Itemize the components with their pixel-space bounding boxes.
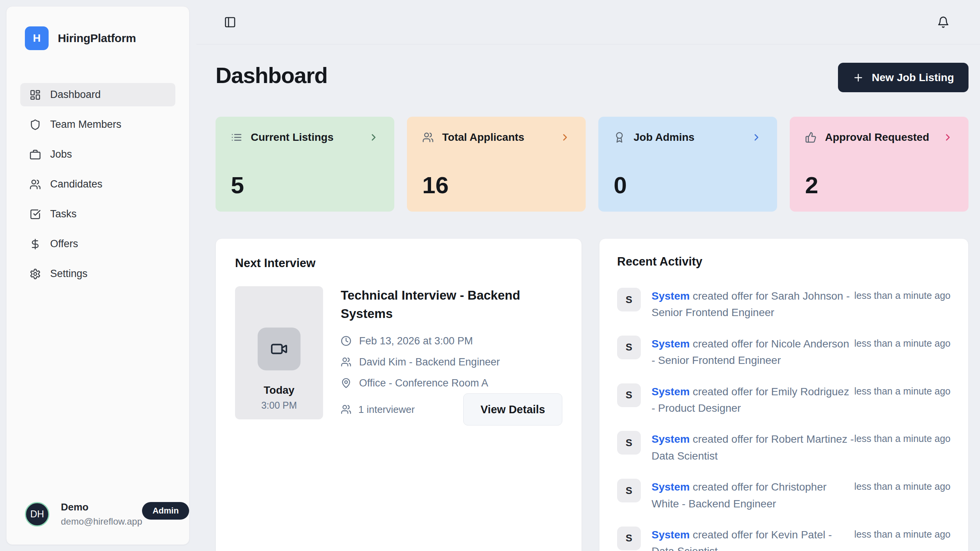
activity-timestamp: less than a minute ago [854, 336, 951, 349]
activity-text: System created offer for Kevin Patel - D… [652, 527, 854, 551]
activity-list: S System created offer for Sarah Johnson… [617, 288, 951, 551]
interview-datetime-row: Feb 13, 2026 at 3:00 PM [341, 335, 562, 347]
activity-timestamp: less than a minute ago [854, 479, 951, 492]
sidebar-item-label: Team Members [50, 119, 121, 130]
users-icon [341, 357, 351, 367]
activity-avatar: S [617, 479, 641, 502]
next-interview-card: Next Interview Today 3:00 PM Technical I… [216, 238, 582, 551]
shield-icon [29, 119, 41, 130]
stat-card-total-applicants[interactable]: Total Applicants 16 [407, 117, 586, 212]
layout-dashboard-icon [29, 89, 41, 101]
users-icon [29, 179, 41, 190]
profile-name: Demo [61, 501, 142, 513]
sidebar-item-settings[interactable]: Settings [20, 262, 175, 285]
activity-text: System created offer for Nicole Anderson… [652, 336, 854, 369]
admin-badge: Admin [142, 502, 189, 520]
stat-label: Total Applicants [442, 131, 551, 143]
activity-actor[interactable]: System [652, 433, 690, 445]
activity-item: S System created offer for Sarah Johnson… [617, 288, 951, 321]
interview-location-row: Office - Conference Room A [341, 377, 562, 389]
map-pin-icon [341, 378, 351, 388]
activity-actor[interactable]: System [652, 290, 690, 302]
clock-icon [341, 336, 351, 346]
interviewer-count: 1 interviewer [341, 404, 415, 416]
video-icon [258, 328, 301, 370]
interview-day: Today [264, 384, 294, 396]
interview-datetime: Feb 13, 2026 at 3:00 PM [359, 335, 473, 347]
sidebar-item-offers[interactable]: Offers [20, 232, 175, 256]
new-job-listing-label: New Job Listing [872, 72, 954, 84]
activity-actor[interactable]: System [652, 386, 690, 398]
sidebar-item-label: Settings [50, 268, 88, 280]
activity-actor[interactable]: System [652, 338, 690, 350]
new-job-listing-button[interactable]: New Job Listing [838, 63, 969, 92]
stat-card-current-listings[interactable]: Current Listings 5 [216, 117, 394, 212]
sidebar-item-label: Jobs [50, 148, 72, 160]
activity-text: System created offer for Emily Rodriguez… [652, 383, 854, 417]
activity-timestamp: less than a minute ago [854, 527, 951, 540]
sidebar-item-dashboard[interactable]: Dashboard [20, 83, 175, 106]
activity-item: S System created offer for Nicole Anders… [617, 336, 951, 369]
interview-location: Office - Conference Room A [359, 377, 488, 389]
activity-avatar: S [617, 431, 641, 455]
interview-person: David Kim - Backend Engineer [359, 356, 500, 368]
stat-value: 5 [231, 173, 379, 197]
stat-value: 0 [614, 173, 762, 197]
brand-name: HiringPlatform [58, 32, 136, 45]
stat-card-job-admins[interactable]: Job Admins 0 [598, 117, 777, 212]
chevron-right-icon [751, 132, 762, 143]
activity-timestamp: less than a minute ago [854, 431, 951, 444]
activity-item: S System created offer for Christopher W… [617, 479, 951, 512]
brand-logo: H [25, 26, 49, 50]
chevron-right-icon [942, 132, 953, 143]
stat-value: 16 [422, 173, 570, 197]
stat-cards: Current Listings 5 Total Applicants 16 [216, 117, 969, 212]
sidebar-item-candidates[interactable]: Candidates [20, 173, 175, 196]
sidebar-item-label: Offers [50, 238, 78, 250]
activity-actor[interactable]: System [652, 529, 690, 541]
stat-label: Current Listings [251, 131, 360, 143]
sidebar-item-jobs[interactable]: Jobs [20, 143, 175, 166]
interview-thumbnail: Today 3:00 PM [235, 286, 323, 419]
interview-person-row: David Kim - Backend Engineer [341, 356, 562, 368]
thumbs-up-icon [805, 132, 817, 143]
chevron-right-icon [368, 132, 379, 143]
sidebar-item-tasks[interactable]: Tasks [20, 202, 175, 226]
activity-text: System created offer for Christopher Whi… [652, 479, 854, 512]
activity-item: S System created offer for Emily Rodrigu… [617, 383, 951, 417]
interview-time: 3:00 PM [261, 400, 297, 411]
sidebar-toggle-button[interactable] [224, 16, 236, 28]
brand: H HiringPlatform [20, 26, 175, 50]
activity-text: System created offer for Robert Martinez… [652, 431, 854, 464]
activity-avatar: S [617, 527, 641, 550]
plus-icon [853, 72, 864, 83]
view-details-button[interactable]: View Details [463, 393, 562, 425]
notifications-button[interactable] [937, 16, 949, 28]
stat-card-approval-requested[interactable]: Approval Requested 2 [790, 117, 969, 212]
list-icon [231, 132, 242, 143]
sidebar-item-team-members[interactable]: Team Members [20, 113, 175, 136]
interview-event-title: Technical Interview - Backend Systems [341, 286, 562, 323]
main-content: Dashboard New Job Listing Current Listin… [196, 44, 980, 551]
panels: Next Interview Today 3:00 PM Technical I… [216, 238, 969, 551]
page-head: Dashboard New Job Listing [216, 62, 969, 92]
activity-avatar: S [617, 288, 641, 311]
sidebar-item-label: Dashboard [50, 89, 101, 101]
activity-actor[interactable]: System [652, 481, 690, 493]
avatar: DH [25, 502, 49, 527]
sidebar-nav: Dashboard Team Members Jobs Candidates T… [20, 83, 175, 285]
sidebar: H HiringPlatform Dashboard Team Members … [6, 6, 189, 545]
activity-item: S System created offer for Robert Martin… [617, 431, 951, 464]
activity-text: System created offer for Sarah Johnson -… [652, 288, 854, 321]
activity-timestamp: less than a minute ago [854, 383, 951, 397]
award-icon [614, 132, 625, 143]
stat-label: Job Admins [634, 131, 743, 143]
recent-activity-title: Recent Activity [617, 255, 951, 269]
user-profile[interactable]: DH Demo demo@hireflow.app Admin [20, 501, 175, 527]
bell-icon [937, 16, 949, 28]
chevron-right-icon [560, 132, 570, 143]
square-check-icon [29, 209, 41, 220]
stat-value: 2 [805, 173, 953, 197]
topbar [196, 0, 980, 44]
profile-email: demo@hireflow.app [61, 516, 142, 527]
